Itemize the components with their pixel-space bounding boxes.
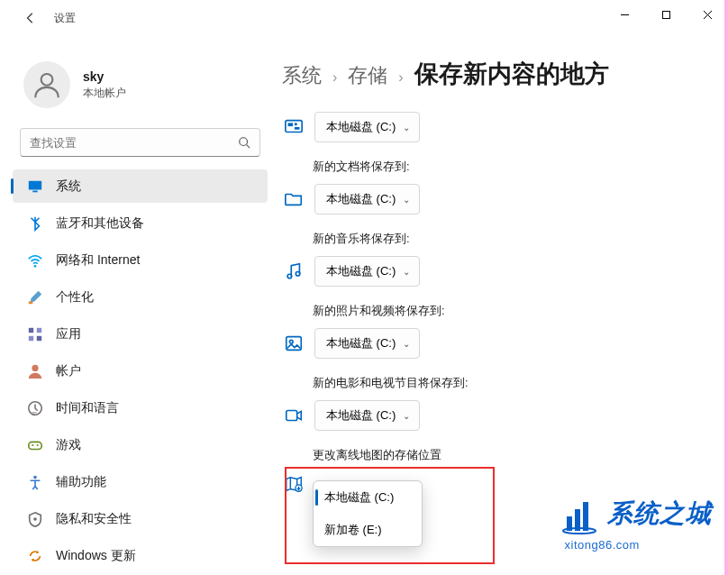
brush-icon <box>27 289 43 306</box>
breadcrumb: 系统 › 存储 › 保存新内容的地方 <box>275 36 710 112</box>
chevron-down-icon: ⌄ <box>403 339 410 349</box>
apps-drive-value: 本地磁盘 (C:) <box>326 119 396 135</box>
docs-drive-select[interactable]: 本地磁盘 (C:) ⌄ <box>314 184 420 214</box>
maps-drive-dropdown: 本地磁盘 (C:) 新加卷 (E:) <box>313 480 423 547</box>
watermark-logo-icon <box>561 498 597 534</box>
sidebar-item-network[interactable]: 网络和 Internet <box>13 243 268 277</box>
sidebar-item-label: 系统 <box>56 178 81 195</box>
maximize-button[interactable] <box>645 0 687 29</box>
movies-heading: 新的电影和电视节目将保存到: <box>313 375 710 391</box>
grid-icon <box>27 326 43 342</box>
docs-location-row: 本地磁盘 (C:) ⌄ <box>282 184 710 214</box>
sidebar-item-update[interactable]: Windows 更新 <box>13 539 268 572</box>
svg-point-18 <box>37 443 39 445</box>
sidebar-item-system[interactable]: 系统 <box>13 169 268 203</box>
maps-location-row: 本地磁盘 (C:) 新加卷 (E:) <box>282 472 710 496</box>
svg-rect-12 <box>37 335 41 340</box>
svg-point-7 <box>34 264 37 267</box>
sidebar-item-accounts[interactable]: 帐户 <box>13 354 268 388</box>
app-icon <box>282 115 305 139</box>
watermark: 系统之城 xitong86.com <box>561 498 712 552</box>
music-location-row: 本地磁盘 (C:) ⌄ <box>282 256 710 287</box>
music-drive-value: 本地磁盘 (C:) <box>326 263 396 279</box>
folder-icon <box>282 187 305 211</box>
svg-rect-24 <box>295 127 300 130</box>
svg-rect-11 <box>29 335 33 340</box>
titlebar: 设置 <box>0 0 728 36</box>
svg-rect-16 <box>29 442 41 449</box>
shield-icon <box>27 511 43 527</box>
maps-heading: 更改离线地图的存储位置 <box>313 447 710 463</box>
photos-drive-select[interactable]: 本地磁盘 (C:) ⌄ <box>314 328 420 359</box>
photos-heading: 新的照片和视频将保存到: <box>313 303 710 319</box>
movies-drive-select[interactable]: 本地磁盘 (C:) ⌄ <box>314 400 420 431</box>
back-button[interactable] <box>22 9 40 27</box>
sidebar-item-bluetooth[interactable]: 蓝牙和其他设备 <box>13 206 268 240</box>
sidebar-item-label: 网络和 Internet <box>56 252 140 269</box>
apps-location-row: 本地磁盘 (C:) ⌄ <box>282 112 710 142</box>
monitor-icon <box>27 178 43 195</box>
sidebar-item-label: 个性化 <box>56 289 94 306</box>
close-button[interactable] <box>687 0 728 29</box>
breadcrumb-system[interactable]: 系统 <box>282 62 322 89</box>
sidebar-item-label: 时间和语言 <box>56 400 119 416</box>
search-icon <box>238 136 250 149</box>
chevron-right-icon: › <box>398 69 403 86</box>
sidebar-item-label: 辅助功能 <box>56 474 106 490</box>
apps-drive-select[interactable]: 本地磁盘 (C:) ⌄ <box>314 112 420 142</box>
avatar <box>23 61 70 108</box>
photos-drive-value: 本地磁盘 (C:) <box>326 335 396 351</box>
minimize-button[interactable] <box>604 0 645 29</box>
music-drive-select[interactable]: 本地磁盘 (C:) ⌄ <box>314 256 420 287</box>
docs-heading: 新的文档将保存到: <box>313 159 710 175</box>
person-icon <box>27 363 43 379</box>
breadcrumb-storage[interactable]: 存储 <box>348 62 387 89</box>
sidebar-item-apps[interactable]: 应用 <box>13 317 268 351</box>
update-icon <box>27 548 43 564</box>
sidebar-item-gaming[interactable]: 游戏 <box>13 428 268 461</box>
svg-point-26 <box>296 271 300 276</box>
svg-rect-5 <box>29 180 41 189</box>
svg-rect-27 <box>287 337 302 351</box>
svg-rect-6 <box>32 190 37 192</box>
sidebar-item-label: Windows 更新 <box>56 548 136 564</box>
photo-icon <box>282 332 305 355</box>
sidebar-item-privacy[interactable]: 隐私和安全性 <box>13 502 268 535</box>
right-accent-border <box>724 0 728 575</box>
svg-point-13 <box>32 364 38 370</box>
maximize-icon <box>661 10 671 20</box>
chevron-down-icon: ⌄ <box>403 123 410 132</box>
docs-drive-value: 本地磁盘 (C:) <box>326 191 396 207</box>
page-title: 保存新内容的地方 <box>414 58 609 90</box>
photos-location-row: 本地磁盘 (C:) ⌄ <box>282 328 710 359</box>
svg-point-19 <box>33 475 37 479</box>
dropdown-option-e[interactable]: 新加卷 (E:) <box>314 514 422 546</box>
app-title: 设置 <box>54 11 76 26</box>
search-input[interactable] <box>30 136 238 150</box>
sidebar-item-time[interactable]: 字时间和语言 <box>13 391 268 424</box>
search-box[interactable] <box>20 128 260 157</box>
music-icon <box>282 260 305 283</box>
movies-location-row: 本地磁盘 (C:) ⌄ <box>282 400 710 431</box>
access-icon <box>27 474 43 490</box>
music-heading: 新的音乐将保存到: <box>313 231 710 247</box>
map-icon <box>282 472 305 496</box>
svg-rect-22 <box>288 123 294 126</box>
close-icon <box>703 10 713 20</box>
clock-icon: 字 <box>27 400 43 416</box>
sidebar-item-label: 蓝牙和其他设备 <box>56 215 144 232</box>
user-block[interactable]: sky 本地帐户 <box>9 36 275 124</box>
avatar-icon <box>32 69 62 100</box>
sidebar-item-personalize[interactable]: 个性化 <box>13 280 268 314</box>
sidebar-item-accessibility[interactable]: 辅助功能 <box>13 465 268 498</box>
sidebar: sky 本地帐户 系统蓝牙和其他设备网络和 Internet个性化应用帐户字时间… <box>0 36 275 575</box>
gamepad-icon <box>27 437 43 453</box>
chevron-right-icon: › <box>332 69 337 86</box>
video-icon <box>282 404 305 427</box>
svg-text:字: 字 <box>32 411 37 416</box>
svg-point-17 <box>32 443 33 445</box>
svg-rect-1 <box>662 11 669 18</box>
dropdown-option-c[interactable]: 本地磁盘 (C:) <box>314 481 422 514</box>
sidebar-item-label: 帐户 <box>56 363 81 379</box>
svg-point-3 <box>240 138 248 146</box>
